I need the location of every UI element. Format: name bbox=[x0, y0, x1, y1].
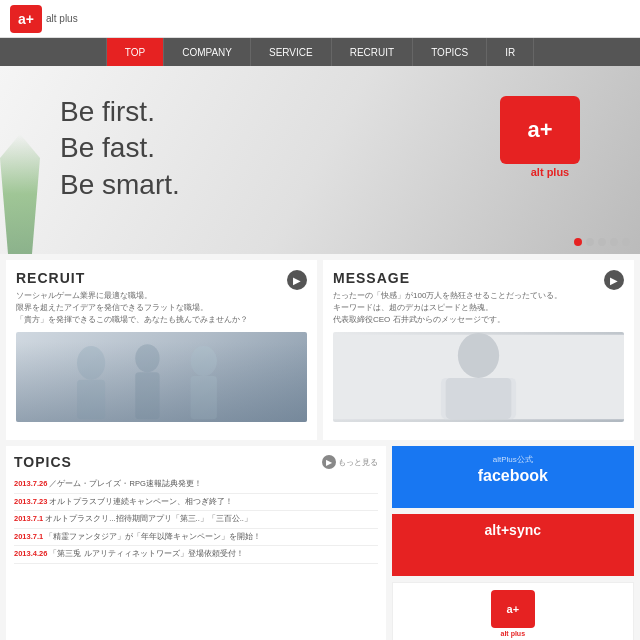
hero-line1: Be first. bbox=[60, 96, 155, 127]
message-illustration bbox=[333, 332, 624, 422]
altplus-small-logo: a+ bbox=[491, 590, 535, 628]
topics-title: TOPICS bbox=[14, 454, 72, 470]
nav-item-company[interactable]: COMPANY bbox=[164, 38, 251, 66]
recruit-photo bbox=[16, 332, 307, 422]
topic-item-1: 2013.7.26 ／ゲーム・プレイズ・RPG速報誌典発更！ bbox=[14, 476, 378, 494]
topic-text-2: オルトプラスブリ連続キャンペーン、相つぎ終了！ bbox=[49, 497, 233, 506]
recruit-people-overlay bbox=[16, 342, 307, 422]
facebook-card[interactable]: altPlus公式 facebook bbox=[392, 446, 634, 508]
hero-line2: Be fast. bbox=[60, 132, 155, 163]
nav-item-recruit[interactable]: RECRUIT bbox=[332, 38, 413, 66]
nav-item-service[interactable]: SERVICE bbox=[251, 38, 332, 66]
facebook-label: altPlus公式 bbox=[400, 454, 626, 465]
carousel-dot-1[interactable] bbox=[574, 238, 582, 246]
main-content: ▶ RECRUIT ソーシャルゲーム業界に最適な職場。限界を超えたアイデアを発信… bbox=[0, 254, 640, 640]
topics-section: TOPICS ▶ もっと見る 2013.7.26 ／ゲーム・プレイズ・RPG速報… bbox=[6, 446, 386, 640]
altplus-logo-card: a+ alt plus bbox=[392, 582, 634, 640]
logo-area: a+ alt plus bbox=[10, 5, 78, 33]
altplus-small-symbol: a+ bbox=[507, 603, 520, 615]
topic-date-5: 2013.4.26 bbox=[14, 549, 47, 558]
topic-item-4: 2013.7.1 「精霊ファンタジア」が「年年以降キャンペーン」を開始！ bbox=[14, 529, 378, 547]
svg-point-7 bbox=[458, 333, 499, 378]
topics-more-label: もっと見る bbox=[338, 457, 378, 468]
hero-logo-box: a+ bbox=[500, 96, 580, 164]
topic-date-3: 2013.7.1 bbox=[14, 514, 43, 523]
carousel-dot-4[interactable] bbox=[610, 238, 618, 246]
recruit-card-image bbox=[16, 332, 307, 422]
hero-logo-symbol: a+ bbox=[527, 117, 552, 143]
message-photo bbox=[333, 332, 624, 422]
facebook-name: facebook bbox=[400, 467, 626, 485]
altplus-logo-container: a+ alt plus bbox=[491, 590, 535, 637]
carousel-dot-2[interactable] bbox=[586, 238, 594, 246]
message-card-title: MESSAGE bbox=[333, 270, 624, 286]
recruit-card: ▶ RECRUIT ソーシャルゲーム業界に最適な職場。限界を超えたアイデアを発信… bbox=[6, 260, 317, 440]
logo-icon: a+ bbox=[10, 5, 42, 33]
main-nav: TOP COMPANY SERVICE RECRUIT TOPICS IR bbox=[0, 38, 640, 66]
hero-heading: Be first. Be fast. Be smart. bbox=[60, 94, 180, 203]
message-card-image bbox=[333, 332, 624, 422]
logo-symbol: a+ bbox=[18, 11, 34, 27]
topic-item-5: 2013.4.26 「第三兎 ルアリティィネットワーズ」登場依頼受付！ bbox=[14, 546, 378, 564]
message-card: ▶ MESSAGE たったーの「快感」が100万人を熱狂させることだったている。… bbox=[323, 260, 634, 440]
topics-more-arrow: ▶ bbox=[322, 455, 336, 469]
hero-tagline: Be first. Be fast. Be smart. bbox=[60, 94, 180, 203]
blog-name: alt+sync bbox=[400, 522, 626, 538]
hero-logo-text: alt plus bbox=[500, 166, 600, 178]
message-card-text: たったーの「快感」が100万人を熱狂させることだったている。キーワードは、超のデ… bbox=[333, 290, 624, 326]
altplus-small-text: alt plus bbox=[491, 630, 535, 637]
topic-text-1: ／ゲーム・プレイズ・RPG速報誌典発更！ bbox=[49, 479, 201, 488]
recruit-card-text: ソーシャルゲーム業界に最適な職場。限界を超えたアイデアを発信できるフラットな職場… bbox=[16, 290, 307, 326]
nav-item-top[interactable]: TOP bbox=[106, 38, 164, 66]
topics-more-button[interactable]: ▶ もっと見る bbox=[322, 455, 378, 469]
nav-item-topics[interactable]: TOPICS bbox=[413, 38, 487, 66]
carousel-dot-3[interactable] bbox=[598, 238, 606, 246]
topic-date-1: 2013.7.26 bbox=[14, 479, 47, 488]
carousel-dot-5[interactable] bbox=[622, 238, 630, 246]
topic-text-3: オルトプラスクリ...招待期間アプリ「第三..」「三百公..」 bbox=[45, 514, 252, 523]
blog-card[interactable]: alt+sync bbox=[392, 514, 634, 576]
topics-row: TOPICS ▶ もっと見る 2013.7.26 ／ゲーム・プレイズ・RPG速報… bbox=[0, 446, 640, 640]
topic-date-4: 2013.7.1 bbox=[14, 532, 43, 541]
social-links: altPlus公式 facebook alt+sync a+ alt plus bbox=[392, 446, 634, 640]
message-arrow[interactable]: ▶ bbox=[604, 270, 624, 290]
topic-item-2: 2013.7.23 オルトプラスブリ連続キャンペーン、相つぎ終了！ bbox=[14, 494, 378, 512]
topic-item-3: 2013.7.1 オルトプラスクリ...招待期間アプリ「第三..」「三百公..」 bbox=[14, 511, 378, 529]
recruit-arrow[interactable]: ▶ bbox=[287, 270, 307, 290]
info-cards: ▶ RECRUIT ソーシャルゲーム業界に最適な職場。限界を超えたアイデアを発信… bbox=[0, 254, 640, 446]
topic-text-4: 「精霊ファンタジア」が「年年以降キャンペーン」を開始！ bbox=[45, 532, 261, 541]
hero-logo: a+ alt plus bbox=[500, 96, 600, 176]
hero-banner: Be first. Be fast. Be smart. a+ alt plus bbox=[0, 66, 640, 254]
topics-header: TOPICS ▶ もっと見る bbox=[14, 454, 378, 470]
topic-date-2: 2013.7.23 bbox=[14, 497, 47, 506]
hero-line3: Be smart. bbox=[60, 169, 180, 200]
header: a+ alt plus bbox=[0, 0, 640, 38]
recruit-card-title: RECRUIT bbox=[16, 270, 307, 286]
carousel-dots bbox=[574, 238, 630, 246]
logo-text: alt plus bbox=[46, 13, 78, 24]
nav-item-ir[interactable]: IR bbox=[487, 38, 534, 66]
svg-rect-9 bbox=[441, 378, 516, 419]
topic-text-5: 「第三兎 ルアリティィネットワーズ」登場依頼受付！ bbox=[49, 549, 243, 558]
